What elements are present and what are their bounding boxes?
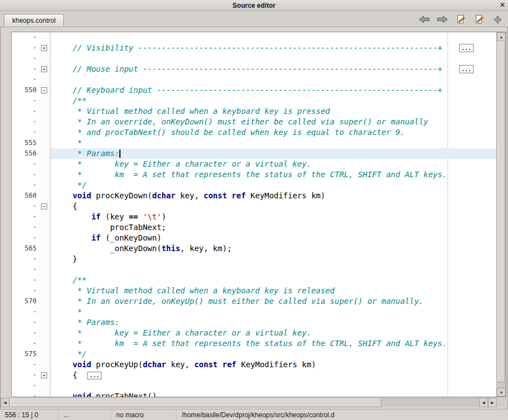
code-text[interactable]: * In an override, onKeyDown() must eithe… <box>51 117 496 127</box>
tab-kheops-control[interactable]: kheops.control <box>4 14 64 27</box>
document-edit-alt-button[interactable] <box>473 14 485 25</box>
code-line[interactable]: 575 */ <box>12 349 496 359</box>
code-line[interactable]: 555 * <box>12 138 496 148</box>
code-text[interactable]: // Keyboard input ----------------------… <box>51 85 496 96</box>
code-text[interactable]: */ <box>51 180 496 191</box>
code-text[interactable]: { <box>51 201 496 212</box>
code-text[interactable]: if (key == '\t') <box>51 212 496 222</box>
code-text[interactable] <box>51 381 496 391</box>
code-text[interactable]: if (_onKeyDown) <box>51 233 496 243</box>
document-edit-button[interactable] <box>455 14 467 25</box>
nav-forward-button[interactable] <box>436 14 449 25</box>
scroll-right-button[interactable]: ▶ <box>488 398 497 407</box>
code-text[interactable]: // Visibility --------------------------… <box>51 43 496 53</box>
code-editor[interactable]: ··+ // Visibility ----------------------… <box>12 32 496 397</box>
code-line[interactable]: 556 * Params: <box>12 148 496 159</box>
code-text[interactable]: * Virtual method called when a keyboard … <box>51 106 496 117</box>
code-line[interactable]: · /** <box>12 275 496 286</box>
scroll-up-button[interactable]: ▲ <box>497 32 506 41</box>
code-line[interactable]: 560 void procKeyDown(dchar key, const re… <box>12 191 496 201</box>
code-line[interactable]: · void procKeyUp(dchar key, const ref Ke… <box>12 359 496 370</box>
code-text[interactable] <box>51 32 496 43</box>
code-text[interactable]: {... <box>51 370 496 381</box>
code-line[interactable]: ·+ // Visibility -----------------------… <box>12 43 496 53</box>
code-line[interactable]: · <box>12 381 496 391</box>
code-line[interactable]: · procTabNext; <box>12 222 496 233</box>
code-line[interactable]: · <box>12 264 496 275</box>
code-line[interactable]: · * Virtual method called when a keyboar… <box>12 286 496 296</box>
collapsed-fold-ellipsis[interactable]: ... <box>459 65 474 73</box>
code-line[interactable]: ·+ // Mouse input ----------------------… <box>12 64 496 74</box>
code-text[interactable]: * <box>51 138 496 148</box>
code-text[interactable]: void procKeyDown(dchar key, const ref Ke… <box>51 191 496 201</box>
titlebar[interactable]: Source editor ✕ <box>0 0 508 11</box>
code-text[interactable]: * km = A set that represents the status … <box>51 169 496 180</box>
horizontal-scrollbar[interactable]: ◀ ◀ ▶ <box>1 398 506 407</box>
code-line[interactable]: ·− { <box>12 201 496 212</box>
code-line[interactable]: · <box>12 74 496 85</box>
collapsed-fold-ellipsis[interactable]: ... <box>459 44 474 52</box>
code-text[interactable]: * and procTabNext() should be called whe… <box>51 127 496 138</box>
code-text[interactable]: * km = A set that represents the status … <box>51 338 496 349</box>
scroll-left-button[interactable]: ◀ <box>1 398 9 407</box>
code-text[interactable]: } <box>51 254 496 264</box>
nav-back-button[interactable] <box>418 14 430 25</box>
code-line[interactable]: · * Virtual method called when a keyboar… <box>12 106 496 117</box>
scroll-down-button[interactable]: ▼ <box>497 388 506 397</box>
code-line[interactable]: 565 _onKeyDown(this, key, km); <box>12 243 496 254</box>
collapsed-fold-ellipsis[interactable]: ... <box>87 372 102 379</box>
code-line[interactable]: · * km = A set that represents the statu… <box>12 338 496 349</box>
code-line[interactable]: · * In an override, onKeyDown() must eit… <box>12 117 496 127</box>
horizontal-scroll-track[interactable] <box>9 398 479 407</box>
code-text[interactable] <box>51 74 496 85</box>
fold-expand-icon[interactable]: + <box>41 66 47 72</box>
fold-collapse-icon[interactable]: − <box>41 203 47 209</box>
code-line[interactable]: · } <box>12 254 496 264</box>
scroll-left-button-right-end[interactable]: ◀ <box>479 398 488 407</box>
code-text[interactable]: procTabNext; <box>51 222 496 233</box>
code-line[interactable]: · if (key == '\t') <box>12 212 496 222</box>
code-text[interactable]: // Mouse input -------------------------… <box>51 64 496 74</box>
code-text[interactable]: * Params: <box>51 317 496 328</box>
code-line[interactable]: · if (_onKeyDown) <box>12 233 496 243</box>
code-line[interactable]: · * Params: <box>12 317 496 328</box>
code-text[interactable]: void procKeyUp(dchar key, const ref KeyM… <box>51 359 496 370</box>
fold-expand-icon[interactable]: + <box>41 45 47 51</box>
code-text[interactable] <box>51 264 496 275</box>
code-line[interactable]: · * key = Either a character or a virtua… <box>12 328 496 338</box>
code-line[interactable]: · * <box>12 307 496 317</box>
code-line[interactable]: · * and procTabNext() should be called w… <box>12 127 496 138</box>
code-text[interactable]: * In an override, onKeyUp() must either … <box>51 296 496 307</box>
code-line[interactable]: 550− // Keyboard input -----------------… <box>12 85 496 96</box>
code-text[interactable] <box>51 53 496 64</box>
code-line[interactable]: · * km = A set that represents the statu… <box>12 169 496 180</box>
code-line[interactable]: · /** <box>12 96 496 106</box>
fold-collapse-icon[interactable]: − <box>41 87 47 93</box>
code-line[interactable]: 570 * In an override, onKeyUp() must eit… <box>12 296 496 307</box>
code-text[interactable]: void procTabNext() <box>51 391 496 397</box>
code-line[interactable]: · void procTabNext() <box>12 391 496 397</box>
code-line[interactable]: · <box>12 53 496 64</box>
code-token: * Virtual method called when a keyboard … <box>54 107 330 116</box>
code-text[interactable]: * Params: <box>51 148 496 159</box>
vertical-scroll-thumb[interactable] <box>497 42 505 382</box>
code-text[interactable]: * Virtual method called when a keyboard … <box>51 286 496 296</box>
code-token: * km = A set that represents the status … <box>54 339 447 348</box>
code-text[interactable]: * key = Either a character or a virtual … <box>51 159 496 169</box>
dock-handle[interactable] <box>491 14 504 25</box>
code-line[interactable]: · */ <box>12 180 496 191</box>
code-text[interactable]: */ <box>51 349 496 359</box>
horizontal-scroll-thumb[interactable] <box>11 398 381 407</box>
code-text[interactable]: /** <box>51 275 496 286</box>
vertical-scrollbar[interactable]: ▲ ▼ <box>496 32 506 397</box>
code-line[interactable]: ·+ {... <box>12 370 496 381</box>
code-text[interactable]: * <box>51 307 496 317</box>
fold-expand-icon[interactable]: + <box>41 372 47 378</box>
code-text[interactable]: /** <box>51 96 496 106</box>
code-line[interactable]: · <box>12 32 496 43</box>
close-icon[interactable]: ✕ <box>500 1 505 9</box>
code-line[interactable]: · * key = Either a character or a virtua… <box>12 159 496 169</box>
code-text[interactable]: * key = Either a character or a virtual … <box>51 328 496 338</box>
line-dot: · <box>12 53 39 64</box>
code-text[interactable]: _onKeyDown(this, key, km); <box>51 243 496 254</box>
